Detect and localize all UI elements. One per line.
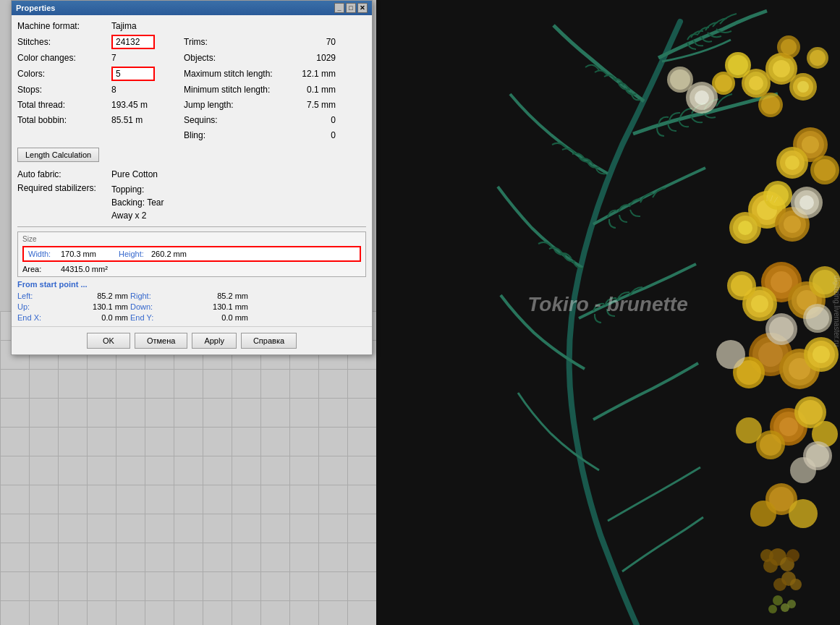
svg-point-3: [773, 60, 790, 77]
height-value: 260.2 mm: [151, 250, 209, 258]
stops-label: Stops:: [17, 85, 111, 95]
svg-point-10: [715, 75, 732, 92]
stitches-value-box: 24132: [111, 35, 184, 49]
svg-point-38: [784, 216, 801, 233]
cancel-button[interactable]: Отмена: [135, 333, 187, 349]
total-bobbin-label: Total bobbin:: [17, 115, 111, 125]
maximize-button[interactable]: □: [346, 3, 356, 13]
svg-point-18: [695, 90, 709, 105]
close-button[interactable]: ✕: [357, 3, 368, 13]
svg-point-61: [806, 307, 829, 330]
svg-point-6: [749, 76, 763, 90]
svg-point-8: [728, 55, 748, 75]
size-section-label: Size: [22, 235, 361, 243]
svg-point-74: [769, 317, 794, 341]
stabilizer-backing: Backing: Tear Away x 2: [111, 197, 164, 221]
trims-value: 70: [292, 37, 336, 47]
svg-point-49: [771, 271, 792, 293]
total-thread-row: Total thread: 193.45 m Jump length: 7.5 …: [17, 98, 366, 111]
machine-format-label: Machine format:: [17, 21, 111, 31]
svg-point-80: [798, 400, 823, 425]
right-value: 85.2 mm: [183, 292, 248, 300]
svg-point-32: [814, 159, 836, 181]
svg-point-30: [785, 156, 799, 170]
colors-row: Colors: 5 Maximum stitch length: 12.1 mm: [17, 67, 366, 81]
watermark-text: Tokiro - brunette: [527, 293, 687, 315]
length-calculation-button[interactable]: Length Calculation: [17, 148, 99, 162]
dialog-title-bar: Properties _ □ ✕: [12, 1, 372, 15]
machine-format-row: Machine format: Tajima: [17, 20, 366, 33]
total-thread-value: 193.45 m: [111, 100, 184, 110]
height-label: Height:: [119, 250, 151, 258]
total-bobbin-value: 85.51 m: [111, 115, 184, 125]
apply-button[interactable]: Apply: [192, 333, 237, 349]
min-stitch-value: 0.1 mm: [292, 85, 336, 95]
colors-label: Colors:: [17, 69, 111, 79]
svg-point-27: [802, 136, 819, 153]
svg-point-70: [813, 346, 830, 363]
max-stitch-label: Maximum stitch length:: [184, 69, 292, 79]
svg-point-46: [799, 195, 814, 210]
total-thread-label: Total thread:: [17, 100, 111, 110]
stops-value: 8: [111, 85, 184, 95]
svg-point-95: [786, 549, 799, 562]
svg-point-15: [761, 95, 780, 114]
area-row: Area: 44315.0 mm²: [22, 265, 361, 273]
svg-point-24: [781, 39, 797, 55]
dialog-title: Properties: [16, 4, 55, 12]
dialog-content: Machine format: Tajima Stitches: 24132 T…: [12, 15, 372, 326]
width-label: Width:: [28, 250, 61, 258]
minimize-button[interactable]: _: [334, 3, 344, 13]
machine-format-value: Tajima: [111, 21, 184, 31]
down-value: 130.1 mm: [183, 302, 248, 311]
stops-row: Stops: 8 Minimum stitch length: 0.1 mm: [17, 83, 366, 96]
ok-button[interactable]: OK: [87, 333, 130, 349]
left-panel: Properties _ □ ✕ Machine format: Tajima …: [0, 0, 376, 625]
stabilizers-value: Topping: Backing: Tear Away x 2: [111, 183, 184, 222]
svg-point-100: [773, 595, 783, 605]
stitches-row: Stitches: 24132 Trims: 70: [17, 35, 366, 49]
colors-value: 5: [111, 67, 155, 81]
from-start-title: From start point ...: [17, 280, 366, 289]
trims-label: Trims:: [184, 37, 292, 47]
area-label: Area:: [22, 265, 55, 273]
stitches-value: 24132: [111, 35, 155, 49]
left-value: 85.2 mm: [63, 292, 128, 300]
help-button[interactable]: Справка: [241, 333, 297, 349]
end-y-label: End Y:: [130, 313, 181, 322]
watermark-vertical-text: digitizing.livemaster.ru: [833, 276, 840, 346]
svg-point-13: [797, 81, 809, 93]
svg-point-90: [789, 499, 818, 528]
svg-point-84: [736, 417, 762, 443]
right-label: Right:: [130, 292, 181, 300]
jump-length-value: 7.5 mm: [292, 100, 336, 110]
dialog-footer: OK Отмена Apply Справка: [12, 326, 372, 354]
right-panel: Tokiro - brunette digitizing.livemaster.…: [376, 0, 840, 625]
up-label: Up:: [17, 302, 61, 311]
down-label: Down:: [130, 302, 181, 311]
color-changes-value: 7: [111, 53, 184, 63]
area-value: 44315.0 mm²: [61, 265, 108, 273]
svg-point-99: [790, 579, 802, 590]
svg-point-96: [760, 549, 773, 562]
divider1: [17, 226, 366, 227]
stabilizer-topping: Topping:: [111, 184, 144, 195]
min-stitch-label: Minimum stitch length:: [184, 85, 292, 95]
sequins-value: 0: [292, 115, 336, 125]
end-y-value: 0.0 mm: [183, 313, 248, 322]
svg-point-41: [738, 221, 752, 235]
svg-point-64: [758, 342, 783, 367]
max-stitch-value: 12.1 mm: [292, 69, 336, 79]
svg-point-55: [751, 295, 768, 312]
jump-length-label: Jump length:: [184, 100, 292, 110]
objects-label: Objects:: [184, 53, 292, 63]
svg-point-87: [790, 457, 816, 483]
bling-value: 0: [292, 130, 336, 140]
stitches-label: Stitches:: [17, 37, 111, 47]
embroidery-image: Tokiro - brunette digitizing.livemaster.…: [376, 0, 840, 625]
svg-point-91: [750, 501, 776, 527]
stabilizers-row: Required stabilizers: Topping: Backing: …: [17, 183, 366, 222]
up-value: 130.1 mm: [63, 302, 128, 311]
length-calc-container: Length Calculation: [17, 145, 366, 165]
sequins-label: Sequins:: [184, 115, 292, 125]
